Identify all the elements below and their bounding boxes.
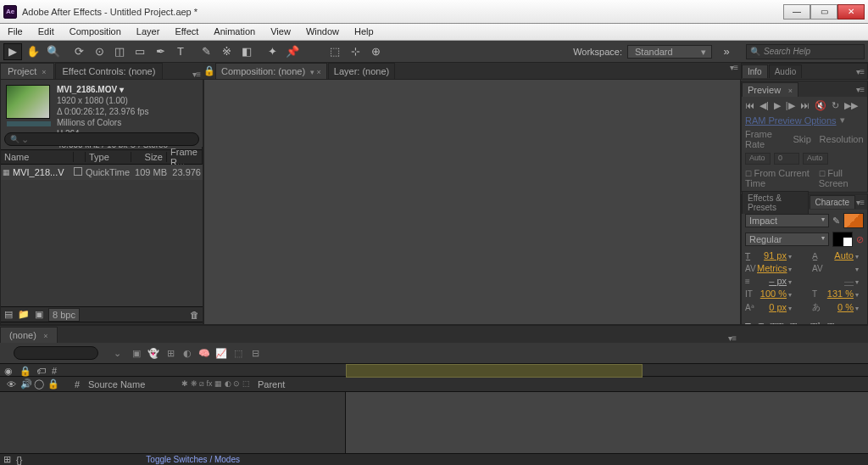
roto-tool[interactable]: ✦ (263, 43, 281, 60)
menu-layer[interactable]: Layer (129, 24, 168, 40)
bpc-button[interactable]: 8 bpc (48, 308, 80, 322)
loop-button[interactable]: ↻ (832, 100, 839, 111)
menu-help[interactable]: Help (347, 24, 381, 40)
prev-frame-button[interactable]: ◀| (760, 100, 769, 111)
project-search-input[interactable]: ⌄ (4, 132, 199, 146)
mask-tool[interactable]: ▭ (131, 43, 149, 60)
font-size-value[interactable]: 91 px (757, 250, 787, 261)
tab-composition[interactable]: Composition: (none)▾ × (215, 63, 327, 79)
menu-effect[interactable]: Effect (167, 24, 206, 40)
menu-view[interactable]: View (263, 24, 298, 40)
menu-file[interactable]: File (0, 24, 31, 40)
timeline-tracks[interactable] (346, 392, 868, 453)
stroke-width-value[interactable]: – px (757, 276, 787, 286)
tab-preview[interactable]: Preview × (742, 82, 798, 97)
tab-character[interactable]: Characte (810, 195, 856, 209)
hscale-value[interactable]: 131 % (824, 289, 854, 299)
rotation-tool[interactable]: ⟳ (70, 43, 88, 60)
search-help-input[interactable]: Search Help (746, 44, 865, 59)
lock-icon[interactable]: 🔒 (203, 63, 215, 79)
font-style-select[interactable]: Regular (745, 232, 829, 246)
tab-info[interactable]: Info (742, 64, 768, 78)
brush-tool[interactable]: ✎ (197, 43, 215, 60)
panel-menu-icon[interactable]: ▾≡ (856, 67, 864, 76)
tab-layer[interactable]: Layer: (none) (328, 63, 395, 79)
resolution-field[interactable]: Auto (803, 153, 828, 165)
first-frame-button[interactable]: ⏮ (745, 100, 754, 111)
interpret-icon[interactable]: ▤ (4, 309, 13, 320)
eye-icon[interactable]: 👁 (3, 379, 17, 389)
axis-view-icon[interactable]: ⊕ (366, 43, 385, 60)
lock-column-icon[interactable]: 🔒 (17, 366, 34, 377)
folder-icon[interactable]: 📁 (18, 309, 30, 320)
font-family-select[interactable]: Impact (745, 214, 829, 227)
panel-menu-icon[interactable]: ▾≡ (856, 198, 864, 207)
toggle-switches-icon[interactable]: ⊞ (3, 454, 11, 465)
ram-preview-button[interactable]: ▶▶ (844, 100, 858, 111)
panel-menu-icon[interactable]: ▾≡ (728, 333, 736, 343)
stroke-color-swatch[interactable] (832, 232, 853, 247)
solo-icon[interactable]: ◯ (31, 378, 44, 389)
no-stroke-icon[interactable]: ⊘ (856, 234, 864, 245)
label-icon[interactable]: 🏷 (34, 366, 47, 376)
work-area-bar[interactable] (346, 364, 643, 378)
from-current-checkbox[interactable]: ☐ From Current Time (745, 168, 815, 188)
comp-mini-icon[interactable]: ▣ (130, 346, 143, 360)
workspace-select[interactable]: Standard (627, 45, 712, 59)
leading-value[interactable]: Auto (824, 250, 854, 261)
tab-audio[interactable]: Audio (769, 64, 803, 78)
project-item-row[interactable]: ▦ MVI_218...V QuickTime 109 MB 23.976 (1, 165, 203, 180)
tab-effect-controls[interactable]: Effect Controls: (none) (55, 63, 164, 79)
timeline-snap-icon[interactable]: {} (16, 455, 22, 465)
pan-behind-tool[interactable]: ◫ (110, 43, 129, 60)
skip-field[interactable]: 0 (774, 153, 799, 165)
zoom-tool[interactable]: 🔍 (44, 43, 63, 60)
draft3d-icon[interactable]: ⬚ (231, 346, 245, 360)
eraser-tool[interactable]: ◧ (237, 43, 256, 60)
timeline-layer-list[interactable] (0, 392, 346, 453)
frame-blend-icon[interactable]: ⊞ (164, 346, 177, 360)
panel-menu-icon[interactable]: ▾≡ (856, 85, 864, 94)
toggle-switches-link[interactable]: Toggle Switches / Modes (146, 455, 240, 464)
camera-tool[interactable]: ⊙ (90, 43, 108, 60)
next-frame-button[interactable]: |▶ (786, 100, 795, 111)
axis-local-icon[interactable]: ⬚ (326, 43, 344, 60)
eyedropper-icon[interactable]: ✎ (832, 216, 840, 227)
tab-timeline-none[interactable]: (none) × (0, 327, 58, 343)
brain-icon[interactable]: 🧠 (198, 346, 211, 360)
collapse-icon[interactable]: ⊟ (248, 346, 262, 360)
fill-color-swatch[interactable] (843, 213, 864, 228)
full-screen-checkbox[interactable]: ☐ Full Screen (819, 168, 864, 188)
baseline-value[interactable]: 0 px (757, 302, 787, 312)
mute-button[interactable]: 🔇 (815, 100, 826, 111)
comp-icon[interactable]: ▣ (35, 309, 43, 320)
timeline-search-input[interactable] (14, 346, 98, 360)
tab-project[interactable]: Project× (0, 63, 54, 79)
lock-icon[interactable]: 🔒 (44, 378, 58, 389)
parent-header[interactable]: Parent (254, 379, 305, 389)
menu-animation[interactable]: Animation (206, 24, 263, 40)
shy-icon[interactable]: 👻 (147, 346, 160, 360)
pen-tool[interactable]: ✒ (151, 43, 170, 60)
panel-menu-icon[interactable]: ▾≡ (730, 63, 737, 79)
tsume-value[interactable]: 0 % (824, 302, 854, 312)
framerate-field[interactable]: Auto (745, 153, 771, 165)
last-frame-button[interactable]: ⏭ (800, 100, 810, 111)
timeline-zoom-slider[interactable] (346, 454, 868, 465)
motion-blur-icon[interactable]: ◐ (181, 346, 194, 360)
trash-icon[interactable]: 🗑 (190, 310, 199, 320)
kerning-value[interactable]: Metrics (757, 263, 787, 273)
play-button[interactable]: ▶ (774, 100, 781, 111)
menu-edit[interactable]: Edit (31, 24, 62, 40)
selection-tool[interactable]: ▶ (3, 43, 22, 60)
type-tool[interactable]: T (171, 43, 190, 60)
maximize-button[interactable]: ▭ (810, 4, 837, 20)
puppet-tool[interactable]: 📌 (283, 43, 302, 60)
av-icon[interactable]: ◉ (0, 366, 17, 377)
clone-tool[interactable]: ※ (217, 43, 236, 60)
hand-tool[interactable]: ✋ (24, 43, 42, 60)
graph-icon[interactable]: 📈 (214, 346, 228, 360)
workspace-search-icon[interactable]: » (717, 43, 736, 60)
tab-effects-presets[interactable]: Effects & Presets (742, 191, 809, 214)
menu-window[interactable]: Window (298, 24, 347, 40)
